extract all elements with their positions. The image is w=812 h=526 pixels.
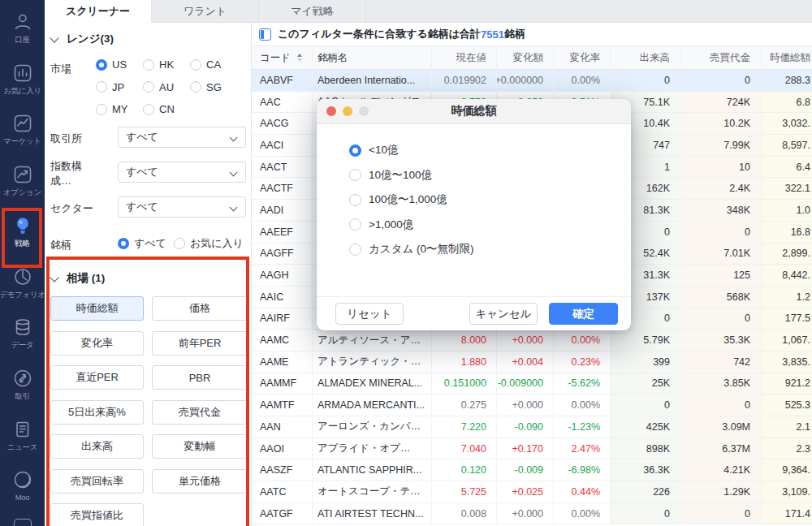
index-filter-row: 指数構成…すべて <box>50 156 251 188</box>
section-souba-header[interactable]: 相場 (1) <box>50 270 251 287</box>
radio-icon <box>118 238 129 249</box>
market-filter-button-3[interactable]: 前年PER <box>152 331 248 356</box>
sidebar-item-strategy[interactable]: 戦略 <box>0 210 45 261</box>
exchange-label: 取引所 <box>50 128 96 146</box>
radio-icon <box>349 218 361 231</box>
cell-amt: 10.2K <box>680 113 762 135</box>
cell-mcap: 2.1 <box>762 416 812 438</box>
cell-code: AAIC <box>252 287 313 308</box>
cell-name: アーロンズ・カンパ… <box>313 416 432 438</box>
cell-mcap: 525.3 <box>762 394 812 416</box>
cell-mcap: 9,364. <box>762 459 812 481</box>
sector-select-value: すべて <box>126 200 158 214</box>
dialog-titlebar: 時価総額 <box>317 99 631 124</box>
market-filter-button-12[interactable]: 売買指値比 <box>50 503 144 526</box>
table-row[interactable]: AAMCアルティソース・ア…8.000+0.0000.00%5.79K35.3K… <box>252 330 812 351</box>
market-cap-option-4[interactable]: カスタム (0〜無制限) <box>349 237 631 262</box>
sidebar-item-market[interactable]: マーケット <box>0 108 45 159</box>
tab-screener[interactable]: スクリーナー <box>45 0 152 23</box>
market-filter-button-5[interactable]: PBR <box>152 365 248 390</box>
table-row[interactable]: AAOIアプライド・オプ…7.040+0.1702.47%898K6.37M2.… <box>252 438 812 460</box>
column-header-7: 時価総額 <box>762 46 812 69</box>
sidebar-item-account[interactable]: 口座 <box>0 6 45 58</box>
market-filter-button-1[interactable]: 価格 <box>152 296 248 321</box>
table-row[interactable]: AANアーロンズ・カンパ…7.220-0.090-1.23%425K3.09M2… <box>252 416 812 438</box>
market-radio-au[interactable]: AU <box>143 81 190 93</box>
sector-select[interactable]: すべて <box>118 196 246 218</box>
cell-name: アトランティック・… <box>313 351 432 373</box>
sidebar-item-data[interactable]: データ <box>0 312 45 363</box>
market-filter-button-10[interactable]: 売買回転率 <box>50 469 144 494</box>
market-radio-my[interactable]: MY <box>96 103 143 115</box>
market-radio-jp[interactable]: JP <box>96 81 143 93</box>
minimize-icon[interactable] <box>343 106 352 116</box>
cell-cur: 1.880 <box>432 351 497 373</box>
market-filter-button-6[interactable]: 5日出来高% <box>50 400 144 425</box>
section-souba-label: 相場 (1) <box>67 271 105 286</box>
sort-icons[interactable] <box>297 54 302 62</box>
stock-radio-group: すべてお気に入り <box>118 235 244 252</box>
cell-cur: 8.000 <box>432 330 497 351</box>
index-select[interactable]: すべて <box>118 162 246 183</box>
confirm-button[interactable]: 確定 <box>549 303 618 325</box>
table-row[interactable]: AATGFATI AIRTEST TECHN...0.008+0.0000.00… <box>252 503 812 525</box>
stock-radio-1[interactable]: お気に入り <box>174 235 244 252</box>
market-filter-button-0[interactable]: 時価総額 <box>50 296 144 321</box>
market-cap-option-0[interactable]: <10億 <box>349 138 631 163</box>
chevron-down-icon <box>230 134 238 142</box>
market-radio-hk[interactable]: HK <box>143 58 190 71</box>
table-row[interactable]: AAMEアトランティック・…1.880+0.0040.23%3997423,83… <box>252 351 812 373</box>
reset-button[interactable]: リセット <box>335 303 404 325</box>
table-row[interactable]: AABVFAberdeen Internatio...0.019902+0.00… <box>252 70 812 92</box>
sidebar-item-options[interactable]: オプション <box>0 159 45 210</box>
cell-vol: 36.3K <box>611 459 680 481</box>
notice-count: 7551 <box>481 28 504 41</box>
column-header-label: 銘柄名 <box>317 51 348 65</box>
market-filter-button-7[interactable]: 売買代金 <box>152 400 248 425</box>
market-radio-my-label: MY <box>112 103 128 115</box>
sidebar-item-trade[interactable]: 取引 <box>0 363 45 414</box>
sidebar-item-favorites[interactable]: お気に入り <box>0 58 45 109</box>
market-cap-option-1[interactable]: 10億〜100億 <box>349 163 631 188</box>
sidebar-item-moo[interactable]: Moo <box>0 464 45 515</box>
market-filter-button-4[interactable]: 直近PER <box>50 365 144 390</box>
table-row[interactable]: AAMTFARMADA MERCANTI...0.275+0.0000.00%0… <box>252 394 812 416</box>
market-radio-us[interactable]: US <box>96 58 143 71</box>
exchange-select[interactable]: すべて <box>118 127 246 148</box>
pie-clock-icon <box>12 266 33 287</box>
panel-toggle-icon[interactable] <box>259 28 271 41</box>
table-row[interactable]: AATCオートスコープ・テ…5.725+0.0250.44%2261.29K3,… <box>252 481 812 503</box>
cell-chg: -0.009000 <box>497 373 554 395</box>
tab-warrant[interactable]: ワラント <box>152 0 259 23</box>
radio-icon <box>143 104 154 115</box>
market-filter-button-9[interactable]: 変動幅 <box>152 434 248 459</box>
cell-amt: 0 <box>680 70 762 92</box>
cell-pct: -1.23% <box>554 416 611 438</box>
close-icon[interactable] <box>326 106 336 116</box>
table-row[interactable]: AASZFATLANTIC SAPPHIR...0.120-0.009-6.98… <box>252 459 812 481</box>
market-cap-option-3[interactable]: >1,000億 <box>349 213 631 238</box>
cell-code: AACT <box>252 157 313 179</box>
cell-amt: 742 <box>680 351 762 373</box>
cell-chg: +0.000 <box>497 503 554 525</box>
market-label: 市場 <box>50 58 96 119</box>
table-row[interactable]: AAMMFALMADEX MINERAL...0.151000-0.009000… <box>252 373 812 395</box>
cancel-button[interactable]: キャンセル <box>469 303 538 325</box>
market-filter-button-2[interactable]: 変化率 <box>50 331 144 356</box>
sidebar-item-news[interactable]: ニュース <box>0 414 45 465</box>
tab-my-strategy[interactable]: マイ戦略 <box>259 0 366 23</box>
market-cap-option-2[interactable]: 100億〜1,000億 <box>349 188 631 213</box>
notice-suffix: 銘柄 <box>504 27 525 41</box>
market-radio-cn[interactable]: CN <box>143 103 190 115</box>
cell-code: AATGF <box>252 503 313 525</box>
radio-icon <box>143 59 154 71</box>
market-cap-option-label: カスタム (0〜無制限) <box>369 242 474 257</box>
market-radio-ca[interactable]: CA <box>190 58 222 71</box>
market-filter-button-11[interactable]: 単元価格 <box>152 469 248 494</box>
sidebar-item-demo-folio[interactable]: デモフォリオ <box>0 261 45 313</box>
market-filter-button-8[interactable]: 出来高 <box>50 434 144 459</box>
market-radio-sg[interactable]: SG <box>190 81 222 93</box>
stock-radio-0[interactable]: すべて <box>118 235 166 252</box>
section-range-header[interactable]: レンジ(3) <box>50 31 251 47</box>
cell-amt: 348K <box>680 200 762 222</box>
